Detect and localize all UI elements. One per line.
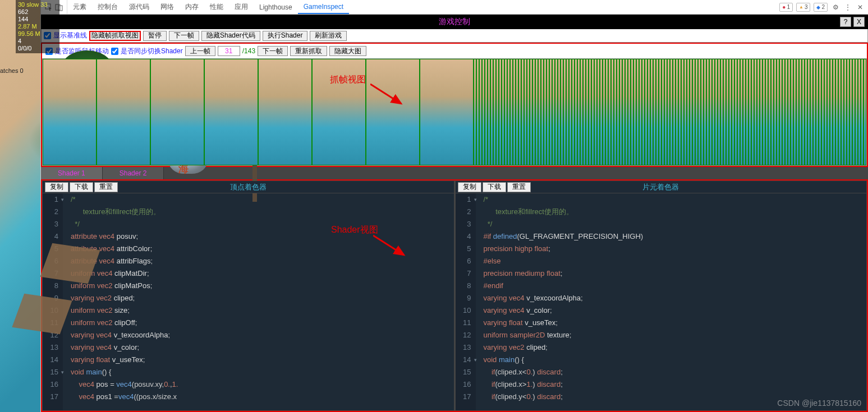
panel-close-button[interactable]: X bbox=[853, 17, 865, 27]
stat-mem2: 99.56 M bbox=[18, 30, 57, 38]
warning-badge[interactable]: 3 bbox=[796, 3, 810, 12]
vertex-editor-title: 顶点着色器 bbox=[230, 182, 267, 192]
sync-shader-checkbox[interactable] bbox=[111, 48, 118, 55]
refresh-game-button[interactable]: 刷新游戏 bbox=[310, 31, 347, 41]
frame-thumbnail[interactable] bbox=[258, 59, 312, 165]
fragment-shader-editor: 复制 下载 重置 片元着色器 1234567891011121314151617… bbox=[454, 180, 867, 411]
next-frame-button-2[interactable]: 下一帧 bbox=[258, 46, 288, 56]
shader-tab-2[interactable]: Shader 2 bbox=[103, 167, 164, 179]
vertex-shader-editor: 复制 下载 重置 顶点着色器 1234567891011121314151617… bbox=[42, 180, 454, 411]
download-button[interactable]: 下载 bbox=[70, 182, 93, 192]
frame-thumbnail[interactable] bbox=[43, 59, 97, 165]
devtools-tab-元素[interactable]: 元素 bbox=[67, 0, 92, 14]
devtools-tab-性能[interactable]: 性能 bbox=[204, 0, 229, 14]
info-badge[interactable]: 2 bbox=[814, 3, 828, 12]
reset-button[interactable]: 重置 bbox=[507, 182, 531, 192]
copy-button[interactable]: 复制 bbox=[45, 182, 68, 192]
frame-thumbnails-strip[interactable] bbox=[42, 58, 867, 166]
frame-thumbnail[interactable] bbox=[864, 59, 866, 165]
stat-side-label: atches 0 bbox=[0, 67, 24, 74]
fragment-code-body[interactable]: 1234567891011121314151617 /* texture和fil… bbox=[456, 193, 867, 410]
sync-shader-label: 是否同步切换Shader bbox=[121, 47, 183, 56]
devtools-tab-Lighthouse[interactable]: Lighthouse bbox=[254, 0, 298, 14]
recapture-button[interactable]: 重新抓取 bbox=[290, 46, 327, 56]
help-button[interactable]: ? bbox=[840, 17, 851, 27]
game-scene: 东海 bbox=[0, 0, 40, 412]
shader-tabbar: Shader 1 Shader 2 bbox=[41, 167, 868, 179]
shader-editors-area: 复制 下载 重置 顶点着色器 1234567891011121314151617… bbox=[41, 179, 868, 412]
frame-capture-area: 是否监听鼠标移动 是否同步切换Shader 上一帧 /143 下一帧 重新抓取 … bbox=[41, 43, 868, 167]
toggle-frameview-button[interactable]: 隐藏帧抓取视图 bbox=[89, 31, 141, 41]
fragment-code[interactable]: /* texture和fillrect使用的。 */#if defined(GL… bbox=[476, 193, 867, 410]
devtools-tab-内存[interactable]: 内存 bbox=[180, 0, 204, 14]
frame-thumbnail[interactable] bbox=[204, 59, 258, 165]
devtools-tab-网络[interactable]: 网络 bbox=[155, 0, 180, 14]
main-control-row: 显示基准线 隐藏帧抓取视图 暂停 下一帧 隐藏Shader代码 执行Shader… bbox=[41, 29, 868, 43]
devtools-tab-GameInspect[interactable]: GameInspect bbox=[298, 0, 349, 14]
devtools-tab-源代码[interactable]: 源代码 bbox=[123, 0, 155, 14]
panel-title: 游戏控制 bbox=[439, 17, 470, 27]
vertex-code[interactable]: /* texture和fillrect使用的。 */attribute vec4… bbox=[63, 193, 454, 410]
fragment-gutter: 1234567891011121314151617 bbox=[456, 193, 476, 410]
hide-big-button[interactable]: 隐藏大图 bbox=[329, 46, 366, 56]
fragment-editor-title: 片元着色器 bbox=[642, 182, 679, 192]
toggle-shader-button[interactable]: 隐藏Shader代码 bbox=[201, 31, 260, 41]
frame-number-input[interactable] bbox=[218, 46, 240, 56]
prev-frame-button[interactable]: 上一帧 bbox=[185, 46, 215, 56]
vertex-code-body[interactable]: 1234567891011121314151617 /* texture和fil… bbox=[43, 193, 454, 410]
stat-fps: 30 slow 33 bbox=[18, 1, 57, 8]
game-canvas: 东海 30 slow 33 662 144 2.87 M 99.56 M 4 0… bbox=[0, 0, 40, 412]
exec-shader-button[interactable]: 执行Shader bbox=[263, 31, 308, 41]
shader-tab-1[interactable]: Shader 1 bbox=[41, 167, 103, 179]
next-frame-button[interactable]: 下一帧 bbox=[169, 31, 199, 41]
watermark: CSDN @jie1137815160 bbox=[777, 399, 861, 408]
error-badge[interactable]: 1 bbox=[779, 3, 793, 12]
download-button[interactable]: 下载 bbox=[483, 182, 506, 192]
frame-thumbnail[interactable] bbox=[150, 59, 204, 165]
stat-count: 4 bbox=[18, 38, 57, 45]
stat-cache: 0/0/0 bbox=[18, 45, 57, 52]
more-icon[interactable]: ⋮ bbox=[843, 3, 852, 12]
panel-titlebar: 游戏控制 ? X bbox=[41, 15, 868, 29]
close-devtools-icon[interactable]: ✕ bbox=[856, 3, 865, 12]
devtools-panel: 元素控制台源代码网络内存性能应用LighthouseGameInspect 1 … bbox=[40, 0, 868, 412]
devtools-tabbar: 元素控制台源代码网络内存性能应用LighthouseGameInspect 1 … bbox=[41, 0, 868, 15]
pause-button[interactable]: 暂停 bbox=[143, 31, 167, 41]
devtools-tab-控制台[interactable]: 控制台 bbox=[92, 0, 123, 14]
settings-icon[interactable]: ⚙ bbox=[831, 3, 840, 12]
frame-thumbnail[interactable] bbox=[97, 59, 150, 165]
frame-thumbnail[interactable] bbox=[420, 59, 474, 165]
copy-button[interactable]: 复制 bbox=[458, 182, 481, 192]
devtools-tab-应用[interactable]: 应用 bbox=[229, 0, 254, 14]
frame-thumbnail[interactable] bbox=[312, 59, 366, 165]
frame-total-label: /143 bbox=[242, 47, 255, 55]
reset-button[interactable]: 重置 bbox=[94, 182, 118, 192]
frame-thumbnail[interactable] bbox=[366, 59, 420, 165]
frame-control-row: 是否监听鼠标移动 是否同步切换Shader 上一帧 /143 下一帧 重新抓取 … bbox=[42, 44, 867, 58]
